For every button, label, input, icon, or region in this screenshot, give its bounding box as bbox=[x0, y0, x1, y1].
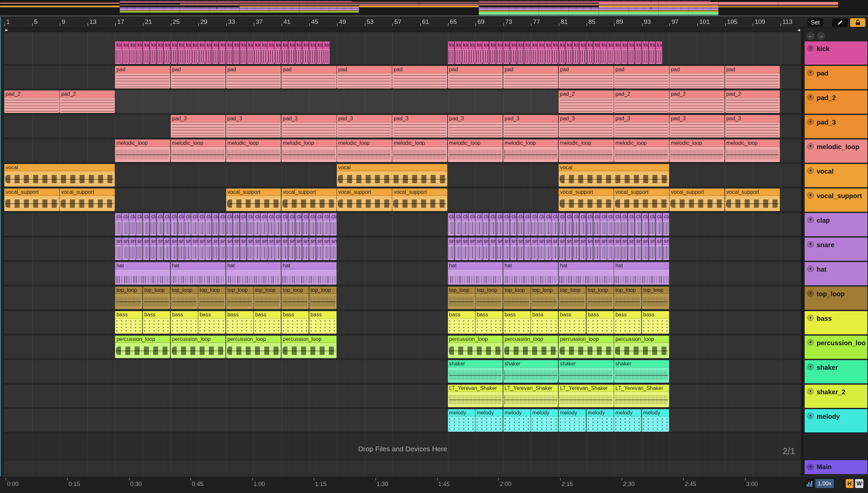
clip-kick[interactable]: kick bbox=[302, 41, 309, 64]
clip-percussion_loop[interactable]: percussion_loop bbox=[115, 336, 170, 358]
clip-melody[interactable]: melody bbox=[475, 409, 503, 432]
track-lane-kick[interactable]: kickkickkickkickkickkickkickkickkickkick… bbox=[4, 41, 801, 64]
clip-top_loop[interactable]: top_loop bbox=[143, 286, 170, 309]
clip-snare[interactable]: snare bbox=[489, 238, 496, 260]
clip-hat[interactable]: hat bbox=[614, 262, 669, 285]
clip-snare[interactable]: snare bbox=[469, 238, 475, 260]
nav-back-button[interactable]: ← bbox=[806, 32, 814, 40]
clip-snare[interactable]: snare bbox=[268, 238, 274, 260]
track-lane-melody[interactable]: melodymelodymelodymelodymelodymelodymelo… bbox=[4, 409, 801, 432]
clip-clap[interactable]: clap bbox=[635, 213, 641, 236]
clip-snare[interactable]: snare bbox=[178, 238, 184, 260]
clip-snare[interactable]: snare bbox=[580, 238, 586, 260]
width-zoom-button[interactable]: W bbox=[855, 479, 863, 488]
arrangement-overview[interactable] bbox=[0, 0, 868, 16]
clip-kick[interactable]: kick bbox=[496, 41, 503, 64]
clip-pad_3[interactable]: pad_3 bbox=[503, 115, 558, 137]
clip-clap[interactable]: clap bbox=[649, 213, 655, 236]
track-lane-snare[interactable]: snaresnaresnaresnaresnaresnaresnaresnare… bbox=[4, 238, 801, 260]
track-header-shaker[interactable]: ▼shaker bbox=[805, 360, 867, 383]
clip-kick[interactable]: kick bbox=[448, 41, 454, 64]
clip-melodic_loop[interactable]: melodic_loop bbox=[337, 140, 392, 162]
collapse-icon[interactable]: ▼ bbox=[807, 290, 814, 297]
clip-kick[interactable]: kick bbox=[552, 41, 558, 64]
clip-kick[interactable]: kick bbox=[614, 41, 620, 64]
vertical-scrollbar[interactable] bbox=[801, 32, 804, 476]
set-button[interactable]: Set bbox=[808, 18, 823, 27]
clip-top_loop[interactable]: top_loop bbox=[642, 286, 669, 309]
clip-snare[interactable]: snare bbox=[566, 238, 572, 260]
clip-top_loop[interactable]: top_loop bbox=[448, 286, 475, 309]
clip-bass[interactable]: bass bbox=[143, 311, 170, 334]
clip-snare[interactable]: snare bbox=[282, 238, 288, 260]
clip-kick[interactable]: kick bbox=[538, 41, 544, 64]
clip-melody[interactable]: melody bbox=[586, 409, 614, 432]
track-lane-pad_3[interactable]: pad_3pad_3pad_3pad_3pad_3pad_3pad_3pad_3… bbox=[4, 115, 801, 137]
clip-melodic_loop[interactable]: melodic_loop bbox=[503, 140, 558, 162]
clip-clap[interactable]: clap bbox=[164, 213, 170, 236]
clip-melodic_loop[interactable]: melodic_loop bbox=[448, 140, 503, 162]
clip-pad[interactable]: pad bbox=[614, 66, 669, 88]
clip-snare[interactable]: snare bbox=[621, 238, 627, 260]
collapse-icon[interactable]: ▼ bbox=[807, 216, 814, 223]
track-header-melodic_loop[interactable]: ▼melodic_loop bbox=[805, 140, 867, 163]
clip-kick[interactable]: kick bbox=[233, 41, 240, 64]
clip-pad_2[interactable]: pad_2 bbox=[725, 90, 780, 113]
clip-melodic_loop[interactable]: melodic_loop bbox=[725, 140, 780, 162]
clip-kick[interactable]: kick bbox=[171, 41, 177, 64]
clip-bass[interactable]: bass bbox=[254, 311, 281, 334]
collapse-icon[interactable]: ▼ bbox=[807, 363, 814, 370]
clip-kick[interactable]: kick bbox=[580, 41, 586, 64]
clip-clap[interactable]: clap bbox=[122, 213, 128, 236]
clip-hat[interactable]: hat bbox=[171, 262, 226, 285]
clip-melody[interactable]: melody bbox=[448, 409, 475, 432]
clip-top_loop[interactable]: top_loop bbox=[309, 286, 336, 309]
clip-snare[interactable]: snare bbox=[538, 238, 544, 260]
clip-snare[interactable]: snare bbox=[503, 238, 510, 260]
clip-kick[interactable]: kick bbox=[649, 41, 655, 64]
clip-kick[interactable]: kick bbox=[573, 41, 579, 64]
track-header-vocal_support[interactable]: ▼vocal_support bbox=[805, 189, 867, 212]
clip-bass[interactable]: bass bbox=[531, 311, 558, 334]
track-header-melody[interactable]: ▼melody bbox=[805, 409, 867, 432]
track-header-percussion_loop[interactable]: ▼percussion_loop bbox=[805, 336, 867, 359]
collapse-icon[interactable]: ▼ bbox=[807, 388, 814, 395]
clip-kick[interactable]: kick bbox=[635, 41, 641, 64]
clip-top_loop[interactable]: top_loop bbox=[614, 286, 641, 309]
time-ruler[interactable]: 0:000:150:300:451:001:151:301:452:002:15… bbox=[0, 476, 868, 493]
clip-snare[interactable]: snare bbox=[656, 238, 662, 260]
clip-kick[interactable]: kick bbox=[475, 41, 482, 64]
clip-clap[interactable]: clap bbox=[330, 213, 336, 236]
clip-melody[interactable]: melody bbox=[614, 409, 641, 432]
clip-pad[interactable]: pad bbox=[115, 66, 170, 88]
track-header-pad_3[interactable]: ▼pad_3 bbox=[805, 115, 867, 138]
track-lane-shaker_2[interactable]: LT_Yerevan_ShakerLT_Yerevan_ShakerLT_Yer… bbox=[4, 385, 801, 407]
clip-snare[interactable]: snare bbox=[586, 238, 593, 260]
clip-snare[interactable]: snare bbox=[482, 238, 489, 260]
clip-snare[interactable]: snare bbox=[573, 238, 579, 260]
clip-clap[interactable]: clap bbox=[482, 213, 489, 236]
track-lane-melodic_loop[interactable]: melodic_loopmelodic_loopmelodic_loopmelo… bbox=[4, 140, 801, 162]
clip-melodic_loop[interactable]: melodic_loop bbox=[282, 140, 336, 162]
clip-melodic_loop[interactable]: melodic_loop bbox=[669, 140, 724, 162]
clip-snare[interactable]: snare bbox=[115, 238, 121, 260]
collapse-icon[interactable]: ▼ bbox=[807, 464, 814, 470]
clip-kick[interactable]: kick bbox=[274, 41, 281, 64]
clip-melodic_loop[interactable]: melodic_loop bbox=[115, 140, 170, 162]
clip-clap[interactable]: clap bbox=[600, 213, 606, 236]
clip-top_loop[interactable]: top_loop bbox=[254, 286, 281, 309]
clip-pad_3[interactable]: pad_3 bbox=[226, 115, 281, 137]
clip-clap[interactable]: clap bbox=[538, 213, 544, 236]
clip-pad_3[interactable]: pad_3 bbox=[669, 115, 724, 137]
clip-bass[interactable]: bass bbox=[559, 311, 586, 334]
clip-top_loop[interactable]: top_loop bbox=[115, 286, 142, 309]
clip-top_loop[interactable]: top_loop bbox=[226, 286, 253, 309]
clip-snare[interactable]: snare bbox=[219, 238, 225, 260]
clip-kick[interactable]: kick bbox=[261, 41, 267, 64]
clip-clap[interactable]: clap bbox=[503, 213, 510, 236]
clip-kick[interactable]: kick bbox=[517, 41, 523, 64]
clip-kick[interactable]: kick bbox=[198, 41, 205, 64]
clip-clap[interactable]: clap bbox=[205, 213, 211, 236]
clip-clap[interactable]: clap bbox=[150, 213, 156, 236]
clip-clap[interactable]: clap bbox=[302, 213, 309, 236]
